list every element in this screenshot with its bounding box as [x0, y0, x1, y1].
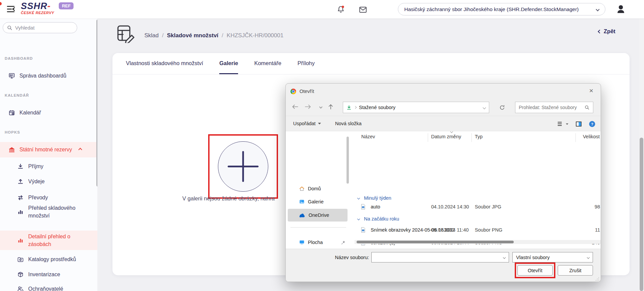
recent-locations-chevron-icon[interactable]	[315, 101, 326, 112]
image-file-icon	[361, 227, 366, 233]
app-logo[interactable]: SSHR- ČESKÉ REZERVY REF	[21, 1, 74, 15]
column-header-type[interactable]: Typ	[475, 134, 482, 139]
section-label-hopks: HOPKS	[5, 130, 20, 134]
upload-icon	[17, 178, 24, 185]
file-list-horizontal-scrollbar[interactable]	[355, 240, 601, 244]
sidebar-item-katalogy-prostredku[interactable]: Katalogy prostředků	[0, 254, 97, 264]
nav-item-desktop[interactable]: Plocha	[288, 237, 348, 247]
bar-chart-icon	[17, 208, 24, 215]
help-button[interactable]: ?	[589, 121, 595, 127]
organization-selector-value: Hasičský záchranný sbor Jihočeského kraj…	[404, 6, 596, 12]
sidebar-item-prevody[interactable]: Převody	[0, 193, 97, 203]
sidebar-item-detailni-prehled-o-zasobach[interactable]: Detailní přehled o zásobách	[0, 231, 97, 250]
collapse-menu-icon[interactable]	[6, 4, 16, 14]
sidebar-item-inventarizace[interactable]: Inventarizace	[0, 270, 97, 280]
bank-icon	[8, 146, 15, 153]
sidebar-item-prijmy[interactable]: Příjmy	[0, 161, 97, 172]
address-dropdown-chevron-icon[interactable]	[483, 106, 486, 109]
breadcrumb-skladove-mnozstvi[interactable]: Skladové množství	[167, 32, 218, 39]
dialog-title-bar[interactable]: Otevřít	[286, 84, 601, 99]
sidebar-item-ochranovatele[interactable]: Ochraňovatelé	[0, 284, 97, 291]
tab-bar: Vlastnosti skladového množství Galerie K…	[112, 53, 630, 75]
sidebar-item-prehled-skladoveho-mnozstvi[interactable]: Přehled skladového množství	[0, 204, 97, 220]
sidebar-item-statni-hmotne-rezervy[interactable]: Státní hmotné rezervy	[0, 142, 97, 157]
file-row-snimek[interactable]: Snímek obrazovky 2024-05-06 163032 09.07…	[355, 225, 601, 235]
add-image-button[interactable]	[218, 141, 268, 192]
gallery-empty-message: V galerii nejsou žádné obrázky, nahra	[182, 195, 275, 202]
dropdown-arrow-icon	[566, 123, 568, 125]
up-one-level-icon[interactable]	[325, 101, 336, 112]
tab-prilohy[interactable]: Přílohy	[297, 53, 315, 74]
dialog-search-input[interactable]	[519, 105, 583, 110]
open-button[interactable]: Otevřít	[517, 265, 553, 276]
filename-combobox[interactable]	[371, 252, 509, 262]
svg-text:?: ?	[591, 122, 593, 126]
sidebar-item-sprava-dashboardu[interactable]: Správa dashboardů	[0, 71, 97, 81]
combobox-chevron-icon[interactable]	[503, 256, 506, 258]
notifications-bell-icon[interactable]	[336, 5, 345, 14]
bar-chart-icon	[17, 237, 24, 244]
search-icon	[585, 105, 590, 110]
messages-mail-icon[interactable]	[359, 5, 367, 14]
nav-separator	[290, 227, 346, 228]
dialog-title: Otevřít	[300, 89, 314, 94]
sidebar-search[interactable]	[3, 22, 77, 33]
back-navigation-icon[interactable]	[290, 101, 301, 112]
notification-dot-clipped	[0, 2, 2, 5]
column-header-date[interactable]: Datum změny	[431, 134, 461, 139]
nav-item-onedrive[interactable]: OneDrive	[288, 209, 348, 222]
dashboard-icon	[8, 72, 15, 79]
view-mode-button[interactable]	[557, 122, 568, 126]
nav-pane-scrollbar[interactable]	[347, 137, 349, 184]
chrome-icon	[290, 89, 296, 94]
column-header-size[interactable]: Velikost	[583, 134, 600, 139]
sidebar-item-kalendar[interactable]: Kalendář	[0, 108, 97, 118]
nav-item-gallery[interactable]: Galerie	[288, 197, 348, 207]
tab-vlastnosti[interactable]: Vlastnosti skladového množství	[126, 53, 203, 74]
filename-input[interactable]	[375, 255, 503, 260]
collapse-group-icon	[357, 217, 360, 220]
inventory-box-icon	[17, 271, 24, 278]
home-icon	[299, 186, 305, 191]
file-open-dialog: Otevřít × Stažené soubory	[285, 83, 601, 282]
column-header-name[interactable]: Název	[361, 134, 375, 139]
list-view-icon	[557, 122, 563, 126]
transfer-icon	[17, 194, 24, 201]
sidebar-scrollbar[interactable]	[96, 19, 97, 187]
chevron-up-icon	[78, 148, 82, 151]
sidebar-item-vydeje[interactable]: Výdeje	[0, 177, 97, 187]
forward-navigation-icon[interactable]	[303, 101, 313, 112]
section-label-kalendar: KALENDÁŘ	[5, 93, 29, 97]
dropdown-arrow-icon	[318, 123, 321, 125]
preview-pane-button[interactable]	[576, 122, 582, 127]
file-row-auto[interactable]: auto 04.10.2024 14:30 Soubor JPG 98	[355, 202, 601, 212]
filetype-combobox[interactable]: Vlastní soubory	[512, 252, 593, 262]
tab-galerie[interactable]: Galerie	[219, 53, 238, 74]
page-scrollbar-thumb[interactable]	[640, 138, 643, 291]
organize-menu[interactable]: Uspořádat	[293, 121, 321, 126]
tab-komentare[interactable]: Komentáře	[254, 53, 281, 74]
combobox-chevron-icon	[587, 256, 590, 258]
refresh-button[interactable]	[497, 102, 507, 112]
download-icon	[17, 163, 24, 170]
breadcrumb-chevron-icon	[354, 106, 357, 109]
dialog-search-box[interactable]	[515, 102, 593, 113]
nav-item-home[interactable]: Domů	[288, 184, 348, 194]
preview-pane-icon	[576, 122, 582, 127]
people-icon	[17, 286, 24, 291]
back-button[interactable]: Zpět	[598, 28, 615, 35]
sidebar-search-input[interactable]	[15, 25, 69, 31]
group-header-last-week[interactable]: Minulý týden	[355, 194, 601, 202]
downloads-folder-icon	[347, 105, 352, 110]
breadcrumb-sklad[interactable]: Sklad	[144, 32, 159, 39]
user-avatar[interactable]	[615, 4, 627, 15]
organization-selector[interactable]: Hasičský záchranný sbor Jihočeského kraj…	[398, 3, 605, 15]
group-header-earlier-this-year[interactable]: Na začátku roku	[355, 214, 601, 223]
dialog-close-button[interactable]: ×	[586, 86, 597, 96]
pin-icon	[341, 240, 346, 245]
resize-grip[interactable]	[595, 276, 599, 281]
cancel-button[interactable]: Zrušit	[558, 265, 593, 276]
address-bar[interactable]: Stažené soubory	[343, 102, 489, 113]
horizontal-scrollbar-thumb[interactable]	[357, 241, 514, 243]
new-folder-button[interactable]: Nová složka	[335, 121, 362, 126]
